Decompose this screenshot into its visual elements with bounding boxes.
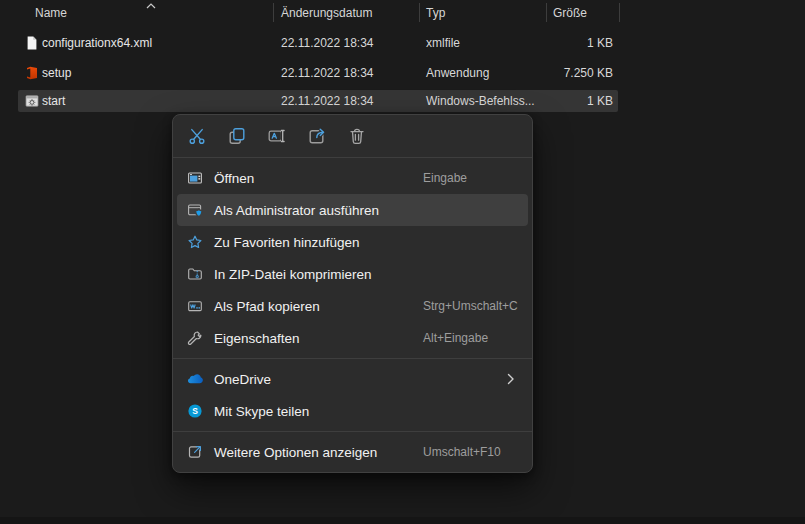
file-name: setup — [42, 62, 71, 84]
column-header-size[interactable]: Größe — [553, 0, 587, 26]
window-bottom-edge — [0, 517, 805, 524]
cut-button[interactable] — [182, 121, 212, 151]
onedrive-icon — [187, 371, 203, 387]
file-type: xmlfile — [426, 32, 460, 54]
menu-item-label: In ZIP-Datei komprimieren — [214, 267, 372, 282]
file-size: 1 KB — [498, 32, 613, 54]
menu-group-more: Weitere Optionen anzeigen Umschalt+F10 — [173, 432, 532, 472]
menu-item-shortcut: Strg+Umschalt+C — [423, 299, 518, 313]
menu-item-shortcut: Alt+Eingabe — [423, 331, 488, 345]
column-header-modified[interactable]: Änderungsdatum — [281, 0, 372, 26]
menu-item-copy-as-path[interactable]: Als Pfad kopieren Strg+Umschalt+C — [177, 290, 528, 322]
open-window-icon — [187, 170, 203, 186]
menu-item-shortcut: Umschalt+F10 — [423, 445, 501, 459]
zip-folder-icon — [187, 266, 203, 282]
copy-path-icon — [187, 298, 203, 314]
menu-item-compress-to-zip[interactable]: In ZIP-Datei komprimieren — [177, 258, 528, 290]
menu-item-label: Als Administrator ausführen — [214, 203, 379, 218]
admin-shield-icon — [187, 202, 203, 218]
more-options-icon — [187, 444, 203, 460]
file-size: 7.250 KB — [498, 62, 613, 84]
menu-item-open[interactable]: Öffnen Eingabe — [177, 162, 528, 194]
column-header-name[interactable]: Name — [35, 0, 67, 26]
column-divider[interactable] — [619, 3, 620, 22]
column-divider[interactable] — [546, 3, 547, 22]
file-name: configurationx64.xml — [42, 32, 152, 54]
menu-item-share-with-skype[interactable]: S Mit Skype teilen — [177, 395, 528, 427]
menu-group-apps: OneDrive S Mit Skype teilen — [173, 359, 532, 431]
menu-item-label: OneDrive — [214, 372, 271, 387]
menu-group-primary: Öffnen Eingabe Als Administrator ausführ… — [173, 158, 532, 358]
sort-ascending-icon — [146, 3, 156, 9]
rename-button[interactable] — [262, 121, 292, 151]
context-menu: Öffnen Eingabe Als Administrator ausführ… — [172, 114, 533, 473]
column-header-type[interactable]: Typ — [426, 0, 445, 26]
menu-item-label: Eigenschaften — [214, 331, 300, 346]
trash-icon — [347, 126, 367, 146]
menu-item-label: Zu Favoriten hinzufügen — [214, 235, 360, 250]
scissors-icon — [187, 126, 207, 146]
office-setup-icon — [24, 65, 40, 81]
file-explorer-window: Name Änderungsdatum Typ Größe configurat… — [0, 0, 805, 524]
xml-document-icon — [24, 35, 40, 51]
file-row[interactable]: setup 22.11.2022 18:34 Anwendung 7.250 K… — [18, 62, 618, 84]
menu-item-label: Öffnen — [214, 171, 254, 186]
skype-icon: S — [187, 403, 203, 419]
menu-item-shortcut: Eingabe — [423, 171, 467, 185]
rename-icon — [267, 126, 287, 146]
chevron-right-icon — [507, 373, 515, 385]
file-modified: 22.11.2022 18:34 — [281, 62, 374, 84]
menu-item-label: Als Pfad kopieren — [214, 299, 320, 314]
share-icon — [307, 126, 327, 146]
menu-item-run-as-administrator[interactable]: Als Administrator ausführen — [177, 194, 528, 226]
svg-text:S: S — [192, 406, 198, 416]
copy-icon — [227, 126, 247, 146]
share-button[interactable] — [302, 121, 332, 151]
file-name: start — [42, 90, 65, 112]
star-icon — [187, 234, 203, 250]
file-size: 1 KB — [498, 90, 613, 112]
menu-item-onedrive[interactable]: OneDrive — [177, 363, 528, 395]
file-row[interactable]: configurationx64.xml 22.11.2022 18:34 xm… — [18, 32, 618, 54]
file-type: Anwendung — [426, 62, 489, 84]
menu-item-add-to-favorites[interactable]: Zu Favoriten hinzufügen — [177, 226, 528, 258]
wrench-icon — [187, 330, 203, 346]
file-modified: 22.11.2022 18:34 — [281, 90, 374, 112]
file-row-selected[interactable]: start 22.11.2022 18:34 Windows-Befehlss.… — [18, 90, 618, 112]
menu-item-show-more-options[interactable]: Weitere Optionen anzeigen Umschalt+F10 — [177, 436, 528, 468]
batch-file-icon — [24, 93, 40, 109]
delete-button[interactable] — [342, 121, 372, 151]
quick-actions-row — [173, 115, 532, 157]
copy-button[interactable] — [222, 121, 252, 151]
menu-item-label: Weitere Optionen anzeigen — [214, 445, 377, 460]
menu-item-label: Mit Skype teilen — [214, 404, 309, 419]
column-divider[interactable] — [273, 3, 274, 22]
file-modified: 22.11.2022 18:34 — [281, 32, 374, 54]
menu-item-properties[interactable]: Eigenschaften Alt+Eingabe — [177, 322, 528, 354]
column-divider[interactable] — [419, 3, 420, 22]
